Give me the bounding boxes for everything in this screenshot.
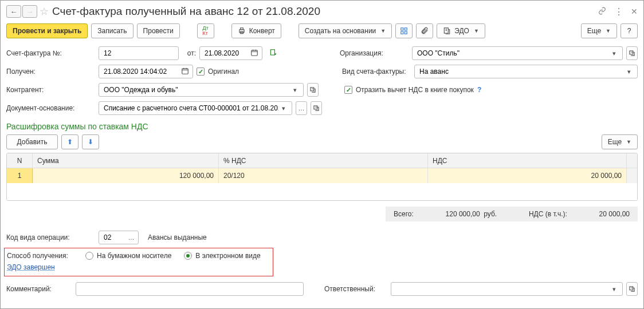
col-header-n[interactable]: N (7, 153, 33, 168)
basis-doc-label: Документ-основание: (6, 104, 95, 112)
vat-total-label: НДС (в т.ч.): (529, 210, 567, 218)
scrollbar[interactable] (627, 168, 637, 183)
open-responsible-button[interactable] (626, 282, 638, 296)
select-opcode-icon[interactable]: … (128, 234, 135, 241)
invoice-type-input[interactable]: ▾ (414, 65, 638, 78)
cell-vat[interactable]: 20 000,00 (428, 168, 627, 183)
invoice-date-input[interactable] (199, 46, 262, 60)
more-button[interactable]: Еще▼ (581, 23, 617, 38)
delivery-method-panel: Способ получения: На бумажном носителе В… (4, 248, 273, 276)
add-row-button[interactable]: Добавить (6, 134, 58, 149)
help-button[interactable]: ? (621, 23, 638, 38)
contractor-label: Контрагент: (6, 86, 95, 94)
nav-back-button[interactable]: ← (6, 5, 21, 18)
select-basis-button[interactable]: … (296, 101, 307, 115)
responsible-input[interactable]: ▾ (391, 282, 623, 296)
svg-rect-12 (311, 88, 314, 91)
dt-kt-button[interactable]: ДтКт (197, 23, 214, 38)
svg-rect-8 (252, 50, 258, 56)
currency-label: руб. (484, 210, 497, 218)
invoice-number-input[interactable] (99, 46, 179, 60)
dropdown-icon[interactable]: ▾ (291, 86, 300, 94)
scrollbar-gutter (627, 153, 637, 168)
delivery-method-label: Способ получения: (5, 252, 82, 260)
create-based-on-button[interactable]: Создать на основании▼ (299, 23, 392, 38)
opcode-input[interactable]: … (99, 231, 139, 244)
link-icon[interactable] (598, 7, 606, 17)
print-convert-button[interactable]: Конверт (231, 23, 281, 38)
window-title: Счет-фактура полученный на аванс 12 от 2… (52, 5, 598, 18)
contractor-input[interactable]: ▾ (99, 83, 304, 97)
toolbar: Провести и закрыть Записать Провести ДтК… (6, 21, 638, 44)
comment-label: Комментарий: (6, 285, 72, 293)
svg-rect-3 (401, 28, 403, 30)
totals-bar: Всего: 120 000,00 руб. НДС (в т.ч.): 20 … (386, 207, 638, 221)
total-label: Всего: (394, 210, 414, 218)
invoice-number-label: Счет-фактура №: (6, 49, 95, 57)
received-input[interactable] (99, 65, 193, 78)
open-org-button[interactable] (626, 46, 638, 60)
date-from-label: от: (182, 49, 196, 57)
edit-note-icon[interactable] (269, 49, 277, 58)
original-label: Оригинал (208, 68, 239, 76)
responsible-label: Ответственный: (324, 285, 387, 293)
kebab-menu-icon[interactable]: ⋮ (614, 6, 623, 17)
original-checkbox[interactable]: ✓ (197, 68, 205, 76)
svg-rect-13 (314, 106, 317, 109)
nav-forward-button[interactable]: → (22, 5, 37, 18)
dropdown-icon[interactable]: ▾ (280, 105, 288, 112)
table-empty-area[interactable] (7, 183, 637, 200)
svg-rect-6 (405, 31, 407, 34)
favorite-star-icon[interactable]: ☆ (40, 5, 49, 18)
cell-n[interactable]: 1 (7, 168, 33, 183)
related-docs-button[interactable] (395, 23, 413, 38)
help-tooltip-icon[interactable]: ? (477, 86, 481, 94)
svg-rect-11 (182, 69, 189, 74)
open-contractor-button[interactable] (307, 83, 319, 97)
edo-button[interactable]: ЭДО▼ (437, 23, 485, 38)
reflect-vat-label: Отразить вычет НДС в книге покупок (356, 86, 474, 94)
titlebar: ← → ☆ Счет-фактура полученный на аванс 1… (6, 4, 638, 21)
vat-breakdown-title: Расшифровка суммы по ставкам НДС (6, 117, 638, 133)
electronic-radio[interactable] (184, 252, 192, 260)
svg-rect-5 (401, 31, 403, 34)
vat-table: N Сумма % НДС НДС 1 120 000,00 20/120 20… (6, 153, 638, 201)
open-basis-button[interactable] (311, 101, 322, 115)
cell-sum[interactable]: 120 000,00 (33, 168, 219, 183)
table-more-button[interactable]: Еще▼ (602, 134, 638, 149)
basis-doc-input[interactable]: ▾ (99, 101, 292, 115)
table-row[interactable]: 1 120 000,00 20/120 20 000,00 (7, 168, 637, 183)
opcode-description: Авансы выданные (148, 233, 207, 241)
reflect-vat-checkbox[interactable]: ✓ (344, 86, 352, 94)
col-header-rate[interactable]: % НДС (219, 153, 428, 168)
organization-input[interactable]: ▾ (412, 46, 623, 60)
move-down-button[interactable]: ⬇ (82, 134, 99, 149)
dropdown-icon[interactable]: ▾ (610, 50, 619, 57)
received-label: Получен: (6, 68, 95, 76)
electronic-radio-label: В электронном виде (195, 252, 260, 260)
edo-completed-link[interactable]: ЭДО завершен (7, 263, 55, 271)
dropdown-icon[interactable]: ▾ (625, 68, 634, 76)
comment-input[interactable] (76, 282, 304, 296)
calendar-icon[interactable] (250, 49, 258, 58)
document-window: ← → ☆ Счет-фактура полученный на аванс 1… (0, 0, 644, 309)
vat-total-value: 20 000,00 (599, 210, 630, 218)
col-header-vat[interactable]: НДС (428, 153, 627, 168)
total-value: 120 000,00 (446, 210, 480, 218)
close-icon[interactable]: ✕ (631, 7, 638, 16)
post-button[interactable]: Провести (137, 23, 180, 38)
post-and-close-button[interactable]: Провести и закрыть (6, 23, 88, 38)
save-button[interactable]: Записать (91, 23, 133, 38)
move-up-button[interactable]: ⬆ (61, 134, 78, 149)
paper-radio-label: На бумажном носителе (97, 252, 171, 260)
col-header-sum[interactable]: Сумма (33, 153, 219, 168)
paper-radio[interactable] (85, 252, 93, 260)
dropdown-icon[interactable]: ▾ (610, 286, 619, 293)
invoice-type-label: Вид счета-фактуры: (342, 68, 411, 76)
calendar-icon[interactable] (181, 67, 189, 76)
svg-rect-4 (405, 28, 407, 30)
opcode-label: Код вида операции: (6, 233, 95, 241)
organization-label: Организация: (340, 49, 409, 57)
cell-rate[interactable]: 20/120 (219, 168, 428, 183)
attachment-button[interactable] (416, 23, 433, 38)
